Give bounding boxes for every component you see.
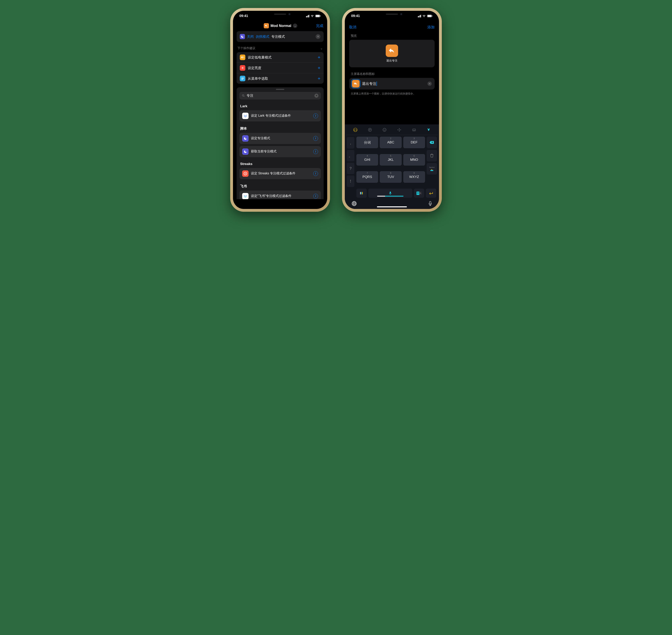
result-row[interactable]: 设定 Lark 专注模式过滤条件 i xyxy=(239,110,321,122)
phone-left: 09:41 Mod Normal ⌄ 完成 xyxy=(230,8,330,212)
svg-rect-1 xyxy=(320,16,321,17)
key-分词[interactable]: 1分词 xyxy=(356,137,378,148)
kb-tool-ime[interactable]: 讯飞 xyxy=(353,128,358,132)
key-pqrs[interactable]: 7PQRS xyxy=(356,171,378,183)
key-ghi[interactable]: 4GHI xyxy=(356,154,378,166)
symbol-key[interactable]: Symbol xyxy=(427,163,437,175)
name-input-row: 退出专注 ✕ xyxy=(349,78,434,89)
script-icon xyxy=(242,148,249,155)
search-icon xyxy=(242,94,245,97)
chevron-down-icon[interactable]: ⌄ xyxy=(320,46,323,50)
edit-icon-button[interactable] xyxy=(352,80,360,87)
delete-key[interactable] xyxy=(427,150,437,161)
clear-name-icon[interactable]: ✕ xyxy=(427,82,432,86)
suggestion-brightness[interactable]: 设定亮度 + xyxy=(237,63,323,73)
kb-tool-clipboard[interactable] xyxy=(368,128,372,132)
suggestions-header[interactable]: 下个操作建议 ⌄ xyxy=(237,45,323,52)
add-button[interactable]: 添加 xyxy=(427,25,434,29)
kb-tool-cursor[interactable] xyxy=(397,128,402,132)
punct-key[interactable]: ， xyxy=(347,137,354,149)
svg-rect-40 xyxy=(430,170,433,171)
search-field[interactable]: ✕ xyxy=(239,92,321,100)
info-icon[interactable]: i xyxy=(313,194,318,199)
plus-icon[interactable]: + xyxy=(318,76,320,81)
result-group-header: 脚本 xyxy=(239,124,321,133)
grabber-handle[interactable] xyxy=(276,89,284,90)
status-right xyxy=(418,15,433,17)
list-icon xyxy=(240,76,245,81)
key-jkl[interactable]: 5JKL xyxy=(380,154,402,166)
cancel-button[interactable]: 取消 xyxy=(349,25,356,29)
result-group-header: Streaks xyxy=(239,159,321,168)
kb-tool-deer[interactable] xyxy=(426,128,431,132)
kb-lang-key[interactable]: 中A xyxy=(414,189,424,198)
kb-tool-keyboard[interactable] xyxy=(412,128,416,132)
globe-key[interactable] xyxy=(352,201,357,206)
info-icon[interactable]: i xyxy=(313,136,318,141)
nav-bar: 取消 添加 xyxy=(345,21,439,31)
svg-rect-15 xyxy=(241,78,244,78)
suggestion-low-power[interactable]: 设定低电量模式 + xyxy=(237,52,323,63)
sun-icon xyxy=(240,65,245,71)
plus-icon[interactable]: + xyxy=(318,54,320,60)
done-button[interactable]: 完成 xyxy=(316,23,323,28)
clear-action-icon[interactable]: ✕ xyxy=(316,34,320,39)
action-focus-mode[interactable]: 关闭 勿扰模式 专注模式 ✕ xyxy=(237,31,323,42)
wifi-icon xyxy=(310,15,314,17)
home-indicator[interactable] xyxy=(377,206,407,207)
shortcut-preview-icon xyxy=(386,45,398,57)
plus-icon[interactable]: + xyxy=(318,65,320,71)
kb-enter-key[interactable] xyxy=(426,189,436,198)
clear-search-icon[interactable]: ✕ xyxy=(314,94,318,98)
svg-line-19 xyxy=(244,96,244,97)
suggestion-menu[interactable]: 从菜单中选取 + xyxy=(237,73,323,84)
action-mode[interactable]: 勿扰模式 xyxy=(256,35,269,39)
signal-icon xyxy=(418,15,421,17)
key-wxyz[interactable]: 9WXYZ xyxy=(403,171,425,183)
spacebar-mic-key[interactable] xyxy=(368,189,412,198)
lark-icon xyxy=(242,113,249,119)
svg-rect-23 xyxy=(432,16,432,17)
info-icon[interactable]: i xyxy=(313,149,318,154)
search-input[interactable] xyxy=(247,94,313,98)
info-icon[interactable]: i xyxy=(313,171,318,176)
name-input[interactable]: 退出专注 xyxy=(362,81,376,86)
punct-key[interactable]: 。 xyxy=(347,150,354,161)
svg-point-31 xyxy=(383,128,386,132)
chevron-down-icon[interactable]: ⌄ xyxy=(293,24,297,28)
punct-key[interactable]: ！ xyxy=(347,175,354,187)
kb-right-column: Symbol xyxy=(427,137,438,187)
battery-icon xyxy=(427,15,433,17)
svg-rect-44 xyxy=(390,192,391,194)
result-row[interactable]: 设定专注模式 i xyxy=(239,133,321,144)
wifi-icon xyxy=(422,15,426,17)
status-time: 09:41 xyxy=(239,14,248,18)
key-mno[interactable]: 6MNO xyxy=(403,154,425,166)
backspace-key[interactable] xyxy=(427,137,437,148)
key-tuv[interactable]: 8TUV xyxy=(380,171,402,183)
punct-key[interactable]: ？ xyxy=(347,162,354,174)
key-def[interactable]: 3DEF xyxy=(403,137,425,148)
result-label: 获取当前专注模式 xyxy=(251,149,311,154)
kb-switch-key[interactable] xyxy=(356,189,367,198)
dictation-key[interactable] xyxy=(428,201,432,206)
result-row[interactable]: S 设定 Streaks 专注模式过滤条件 i xyxy=(239,168,321,179)
status-time: 09:41 xyxy=(351,14,360,18)
phone-right: 09:41 取消 添加 预览 退出专注 主屏幕名称和图标 退出专注 xyxy=(342,8,442,212)
info-icon[interactable]: i xyxy=(313,113,318,118)
svg-text:讯飞: 讯飞 xyxy=(354,129,357,131)
nav-title[interactable]: Mod Normal ⌄ xyxy=(264,23,297,28)
key-abc[interactable]: 2ABC xyxy=(380,137,402,148)
preview-label: 预览 xyxy=(345,31,439,40)
action-toggle[interactable]: 关闭 xyxy=(247,35,254,39)
search-panel: ✕ Lark 设定 Lark 专注模式过滤条件 i脚本 设定专注模式 i 获取当… xyxy=(237,87,323,199)
svg-rect-24 xyxy=(428,15,431,17)
result-row[interactable]: 获取当前专注模式 i xyxy=(239,146,321,157)
signal-icon xyxy=(306,15,310,17)
result-row[interactable]: 设定"飞书"专注模式过滤条件 i xyxy=(239,191,321,199)
search-results[interactable]: Lark 设定 Lark 专注模式过滤条件 i脚本 设定专注模式 i 获取当前专… xyxy=(237,102,323,199)
kb-tool-emoji[interactable] xyxy=(382,128,387,132)
svg-rect-41 xyxy=(360,192,361,194)
screen-left: 09:41 Mod Normal ⌄ 完成 xyxy=(233,11,327,209)
svg-rect-42 xyxy=(361,192,362,194)
